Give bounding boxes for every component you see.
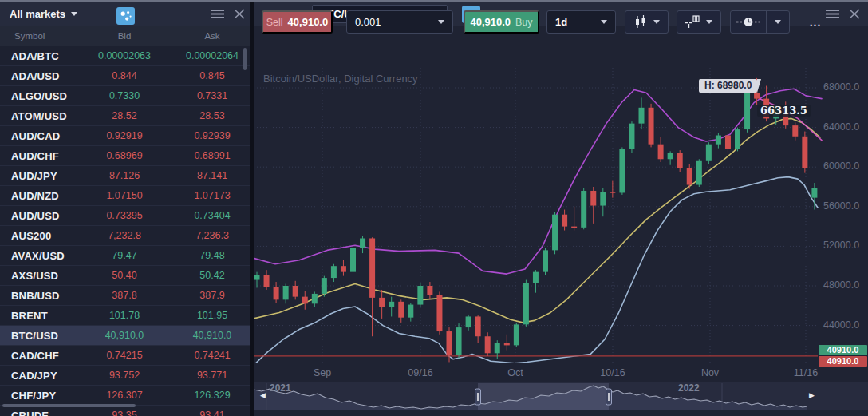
ask-cell: 87.141 <box>176 170 248 181</box>
table-row[interactable]: BTC/USD40,910.040,910.0 <box>0 326 250 346</box>
bid-cell: 0.68969 <box>89 150 160 161</box>
x-tick-label: 09/16 <box>408 367 432 378</box>
x-tick-label: Nov <box>701 367 719 378</box>
indicator-crosshair-icon <box>685 15 700 29</box>
link-icon <box>118 9 133 23</box>
candlestick-icon <box>634 15 647 29</box>
y-tick-label: 56000.0 <box>823 200 859 212</box>
time-settings-button[interactable] <box>730 10 790 34</box>
symbol-cell: ADA/USD <box>0 70 89 82</box>
quantity-select[interactable]: 0.001 <box>346 10 453 34</box>
market-table-header: Symbol Bid Ask <box>0 26 250 46</box>
table-row[interactable]: CHF/JPY126.307126.329 <box>0 386 250 406</box>
ask-cell: 1.07173 <box>176 190 248 201</box>
symbol-cell: AVAX/USD <box>0 250 89 262</box>
table-row[interactable]: AUD/NZD1.071501.07173 <box>0 186 250 206</box>
buy-label: Buy <box>515 17 533 28</box>
bid-cell: 0.844 <box>89 70 160 81</box>
table-row[interactable]: AVAX/USD79.4779.48 <box>0 246 250 266</box>
more-options-button[interactable]: ... <box>806 10 825 34</box>
sell-price: 40,910.0 <box>288 16 329 28</box>
market-rows: ADA/BTC0.000020630.00002064ADA/USD0.8440… <box>0 46 250 416</box>
ask-cell: 7,236.3 <box>176 230 248 241</box>
chevron-down-icon[interactable] <box>71 12 77 16</box>
symbol-cell: CHF/JPY <box>0 390 89 402</box>
price-tag-sell: 40910.0 <box>819 356 867 367</box>
table-row[interactable]: AUD/JPY87.12687.141 <box>0 166 250 186</box>
table-row[interactable]: ALGO/USD0.73300.7331 <box>0 86 250 106</box>
table-row[interactable]: AXS/USD50.4050.42 <box>0 266 250 286</box>
ask-cell: 0.845 <box>176 70 248 81</box>
timeline-navigator[interactable] <box>254 382 868 410</box>
price-tag-buy: 40910.0 <box>819 345 867 356</box>
timeframe-value: 1d <box>555 16 567 28</box>
horizontal-scrollbar[interactable] <box>2 404 136 407</box>
menu-icon[interactable] <box>826 9 839 19</box>
table-row[interactable]: ADA/BTC0.000020630.00002064 <box>0 46 250 66</box>
x-tick-label: 10/16 <box>600 367 625 378</box>
close-icon[interactable] <box>234 9 245 19</box>
table-row[interactable]: AUS2007,232.87,236.3 <box>0 226 250 246</box>
symbol-cell: AXS/USD <box>0 270 89 282</box>
time-settings-dropdown[interactable] <box>766 11 789 33</box>
table-row[interactable]: AUD/CAD0.929190.92939 <box>0 126 250 146</box>
chevron-down-icon <box>601 20 607 24</box>
symbol-cell: ADA/BTC <box>0 50 89 62</box>
ask-cell: 40,910.0 <box>176 330 248 341</box>
ask-cell: 79.48 <box>176 250 248 261</box>
bid-cell: 0.74215 <box>89 350 160 361</box>
buy-button[interactable]: 40,910.0 Buy <box>464 10 539 34</box>
ask-cell: 101.95 <box>176 310 248 321</box>
menu-icon[interactable] <box>211 9 224 19</box>
x-tick-label: Oct <box>507 367 523 378</box>
table-row[interactable]: BNB/USD387.8387.9 <box>0 286 250 306</box>
column-symbol[interactable]: Symbol <box>0 31 89 41</box>
bid-cell: 387.8 <box>89 290 160 301</box>
clock-icon[interactable] <box>731 11 766 33</box>
chevron-down-icon <box>438 20 444 24</box>
y-tick-label: 52000.0 <box>823 240 859 251</box>
bid-cell: 28.52 <box>89 110 160 121</box>
bid-cell: 87.126 <box>89 170 160 181</box>
bid-cell: 0.00002063 <box>89 50 160 61</box>
navigator-year-label: 2021 <box>270 382 291 394</box>
x-tick-label: 11/16 <box>794 367 818 378</box>
table-row[interactable]: CAD/JPY93.75293.771 <box>0 366 250 386</box>
vertical-scrollbar[interactable] <box>243 48 247 70</box>
column-ask[interactable]: Ask <box>176 31 248 41</box>
close-icon[interactable] <box>849 9 860 19</box>
symbol-cell: CRUDE <box>0 410 89 416</box>
market-list-title[interactable]: All markets <box>10 8 65 20</box>
table-row[interactable]: AUD/USD0.733950.73404 <box>0 206 250 226</box>
chart-panel: Chart Sell 40,910.0 0.001 <box>254 0 868 416</box>
chevron-down-icon <box>775 20 781 24</box>
timeframe-select[interactable]: 1d <box>546 10 616 34</box>
ask-cell: 93.771 <box>176 370 248 381</box>
table-row[interactable]: ADA/USD0.8440.845 <box>0 66 250 86</box>
bid-cell: 93.752 <box>89 370 160 381</box>
bid-cell: 79.47 <box>89 250 160 261</box>
drawing-tools-select[interactable] <box>677 10 721 34</box>
scroll-right-arrow-icon[interactable]: ▶ <box>809 391 815 399</box>
ma-value-label: 66313.5 <box>757 105 811 117</box>
table-row[interactable]: AUD/CHF0.689690.68991 <box>0 146 250 166</box>
sell-button[interactable]: Sell 40,910.0 <box>262 10 333 34</box>
scroll-left-arrow-icon[interactable]: ◀ <box>260 391 266 399</box>
table-row[interactable]: CAD/CHF0.742150.74241 <box>0 346 250 366</box>
bid-cell: 101.78 <box>89 310 160 321</box>
sell-label: Sell <box>266 17 283 28</box>
chart-type-select[interactable] <box>625 10 669 34</box>
quantity-value: 0.001 <box>355 16 381 28</box>
ask-cell: 0.68991 <box>176 150 248 161</box>
link-windows-button[interactable] <box>116 7 135 25</box>
chevron-down-icon <box>653 20 660 24</box>
y-tick-label: 64000.0 <box>823 121 859 133</box>
symbol-cell: ALGO/USD <box>0 90 89 102</box>
table-row[interactable]: ATOM/USD28.5228.53 <box>0 106 250 126</box>
buy-price: 40,910.0 <box>470 16 511 28</box>
bid-cell: 0.92919 <box>89 130 160 141</box>
bid-cell: 0.73395 <box>89 210 160 221</box>
table-row[interactable]: BRENT101.78101.95 <box>0 306 250 326</box>
bid-cell: 7,232.8 <box>89 230 160 241</box>
column-bid[interactable]: Bid <box>89 31 160 41</box>
